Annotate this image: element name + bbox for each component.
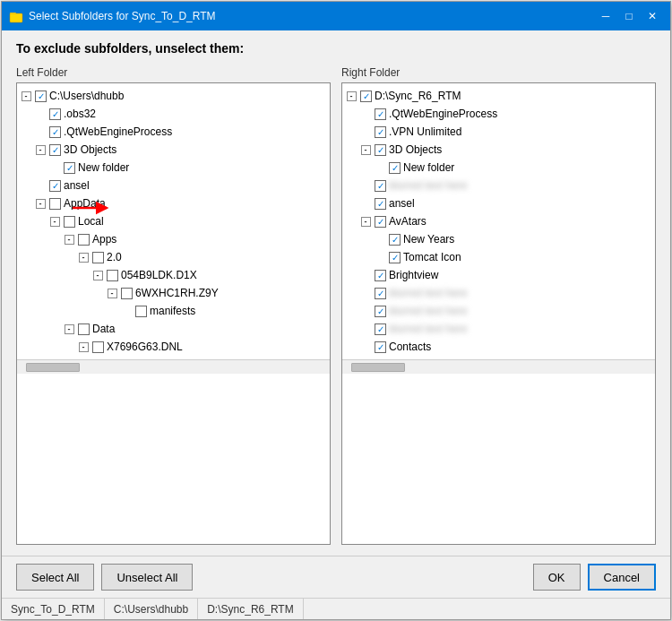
panels-container: Left Folder -C:\Users\dhubb.obs32.QtWebE… [16,66,656,545]
tree-checkbox[interactable] [375,198,386,210]
tree-checkbox[interactable] [49,144,61,156]
tree-checkbox[interactable] [389,234,401,246]
right-tree-box[interactable]: -D:\Sync_R6_RTM.QtWebEngineProcess.VPN U… [341,82,656,545]
tree-item[interactable]: -3D Objects [344,141,653,159]
tree-item[interactable]: Contacts [344,338,653,356]
tree-item[interactable]: .obs32 [19,105,328,123]
tree-item[interactable]: blurred text here [344,320,653,338]
tree-item[interactable]: -C:\Users\dhubb [19,87,328,105]
expander-icon [358,322,373,336]
tree-item[interactable]: .VPN Unlimited [344,123,653,141]
tree-checkbox[interactable] [135,306,147,317]
tree-checkbox[interactable] [375,126,386,138]
expander-icon[interactable]: - [344,89,358,103]
tree-item[interactable]: New Years [344,230,653,248]
expander-icon[interactable]: - [33,142,47,157]
expander-icon [373,232,387,246]
left-hscroll-thumb[interactable] [26,363,80,372]
right-hscroll-thumb[interactable] [351,363,405,372]
ok-button[interactable]: OK [533,564,581,591]
tree-item[interactable]: .QtWebEngineProcess [19,123,328,141]
tree-checkbox[interactable] [375,108,386,120]
tree-item-label: blurred text here [389,323,467,335]
tree-checkbox[interactable] [92,252,104,263]
tree-checkbox[interactable] [49,126,61,138]
tree-checkbox[interactable] [389,252,401,263]
left-panel: Left Folder -C:\Users\dhubb.obs32.QtWebE… [16,66,331,545]
tree-checkbox[interactable] [64,162,75,174]
expander-icon[interactable]: - [33,196,47,211]
expander-icon[interactable]: - [62,322,76,336]
minimize-button[interactable]: ─ [595,7,616,25]
tree-item[interactable]: -AvAtars [344,212,653,230]
left-hscroll[interactable] [17,359,330,374]
tree-checkbox[interactable] [375,341,386,353]
tree-item[interactable]: -3D Objects [19,141,328,159]
tree-checkbox[interactable] [389,162,401,174]
tree-item[interactable]: -Local [19,212,328,230]
tree-checkbox[interactable] [375,306,386,317]
tree-checkbox[interactable] [49,198,61,210]
tree-checkbox[interactable] [375,288,386,299]
tree-checkbox[interactable] [49,180,61,192]
tree-item[interactable]: .QtWebEngineProcess [344,105,653,123]
tree-item[interactable]: Tomcat Icon [344,248,653,266]
tree-item[interactable]: blurred text here [344,302,653,320]
tree-item[interactable]: -Data [19,320,328,338]
maximize-button[interactable]: □ [618,7,640,25]
expander-icon [358,125,373,139]
tree-item[interactable]: ansel [344,194,653,212]
tree-item[interactable]: Brightview [344,266,653,284]
expander-icon[interactable]: - [90,268,105,282]
tree-checkbox[interactable] [107,270,118,281]
tree-checkbox[interactable] [78,234,90,246]
tree-item[interactable]: -X7696G63.DNL [19,338,328,356]
expander-icon [358,268,373,282]
tree-item[interactable]: New folder [19,159,328,177]
tree-item[interactable]: blurred text here [344,284,653,302]
expander-icon[interactable]: - [358,142,373,157]
tree-checkbox[interactable] [375,270,386,281]
cancel-button[interactable]: Cancel [588,564,656,591]
tree-checkbox[interactable] [78,323,90,335]
tree-item[interactable]: -2.0 [19,248,328,266]
left-tree-box[interactable]: -C:\Users\dhubb.obs32.QtWebEngineProcess… [16,82,331,545]
right-hscroll[interactable] [342,359,655,374]
expander-icon[interactable]: - [19,89,33,103]
tree-item-label: C:\Users\dhubb [49,90,124,102]
tree-checkbox[interactable] [375,144,386,156]
close-button[interactable]: ✕ [642,7,663,25]
tree-checkbox[interactable] [375,180,386,192]
unselect-all-button[interactable]: Unselect All [101,564,193,591]
expander-icon [358,340,373,354]
expander-icon [358,286,373,300]
tree-item[interactable]: ansel [19,177,328,194]
expander-icon[interactable]: - [76,340,90,354]
expander-icon[interactable]: - [62,232,76,246]
tree-checkbox[interactable] [121,288,133,299]
tree-item[interactable]: -D:\Sync_R6_RTM [344,87,653,105]
select-all-button[interactable]: Select All [16,564,94,591]
expander-icon[interactable]: - [47,214,62,229]
tree-checkbox[interactable] [64,216,75,228]
tree-item[interactable]: -054B9LDK.D1X [19,266,328,284]
tree-item[interactable]: manifests [19,302,328,320]
tree-checkbox[interactable] [35,91,47,102]
expander-icon[interactable]: - [358,214,373,229]
expander-icon [47,160,62,175]
expander-icon[interactable]: - [76,250,90,264]
tree-checkbox[interactable] [92,341,104,353]
tree-item-label: AppData [64,197,106,210]
tree-item-label: 3D Objects [389,143,442,156]
tree-checkbox[interactable] [49,108,61,120]
tree-item[interactable]: -AppData [19,194,328,212]
tree-item[interactable]: -6WXHC1RH.Z9Y [19,284,328,302]
tree-item[interactable]: New folder [344,159,653,177]
tree-checkbox[interactable] [375,323,386,335]
tree-item[interactable]: -Apps [19,230,328,248]
tree-item[interactable]: blurred text here [344,177,653,194]
tree-checkbox[interactable] [375,216,386,228]
tree-checkbox[interactable] [360,91,372,102]
expander-icon[interactable]: - [105,286,119,300]
right-panel-label: Right Folder [341,66,656,79]
